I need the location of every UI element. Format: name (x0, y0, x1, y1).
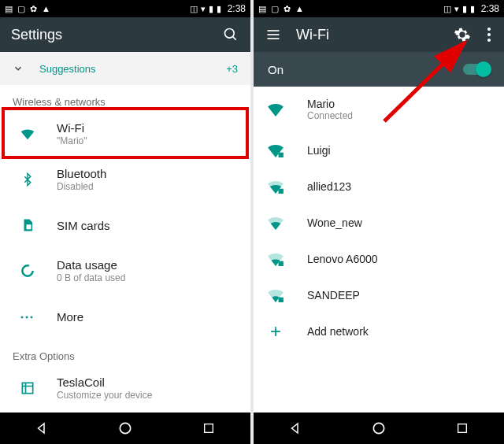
network-name: Wone_new (307, 216, 362, 229)
svg-point-0 (225, 29, 235, 39)
recents-button[interactable] (200, 420, 217, 437)
settings-screen: ▤ ▢ ✿ ▲ ◫ ▾ ▮ ▮ 2:38 Settings Suggest (0, 0, 250, 444)
suggestions-count: +3 (226, 63, 238, 75)
network-name: Luigi (307, 144, 331, 157)
network-row[interactable]: SANDEEP (254, 277, 504, 313)
signal-icon: ▮ (462, 4, 467, 14)
wifi-status-icon: ▾ (201, 4, 206, 14)
status-bar: ▤ ▢ ✿ ▲ ◫ ▾ ▮ ▮ 2:38 (0, 0, 250, 17)
svg-point-11 (487, 33, 491, 36)
svg-rect-14 (279, 189, 284, 194)
more-icon: ⋯ (13, 308, 43, 325)
teslacoil-row[interactable]: TeslaCoil Customize your device (0, 365, 250, 411)
wifi-row[interactable]: Wi-Fi "Mario" (0, 111, 250, 157)
network-name: Mario (307, 98, 353, 110)
hamburger-icon[interactable] (265, 26, 282, 43)
row-subtitle: Customize your device (57, 390, 152, 401)
gear-icon: ✿ (30, 4, 37, 14)
bluetooth-row[interactable]: Bluetooth Disabled (0, 157, 250, 202)
data-usage-row[interactable]: Data usage 0 B of data used (0, 248, 250, 294)
back-button[interactable] (287, 420, 304, 437)
recents-button[interactable] (454, 420, 471, 437)
sim-row[interactable]: SIM cards (0, 202, 250, 248)
section-header: Wireless & networks (0, 85, 250, 111)
network-row[interactable]: allied123 (254, 168, 504, 205)
network-name: SANDEEP (307, 289, 360, 302)
wifi-signal-lock-icon (266, 143, 285, 157)
section-header: Extra Options (0, 339, 250, 365)
nav-bar (0, 413, 250, 444)
svg-rect-18 (458, 424, 467, 433)
clock-text: 2:38 (481, 3, 499, 14)
svg-rect-6 (205, 424, 213, 433)
plus-icon: + (266, 320, 285, 342)
svg-rect-15 (279, 261, 284, 266)
svg-rect-13 (279, 153, 284, 157)
network-name: allied123 (307, 180, 351, 193)
app-bar: Settings (0, 17, 250, 52)
suggestions-label: Suggestions (39, 63, 226, 75)
notif-icon: ▤ (258, 4, 266, 14)
row-title: SIM cards (57, 219, 110, 232)
app-bar: Wi-Fi (254, 17, 504, 52)
svg-line-1 (233, 37, 236, 40)
wifi-signal-icon (266, 216, 285, 230)
row-title: TeslaCoil (57, 376, 152, 389)
add-network-label: Add network (307, 325, 369, 338)
notif-icon: ▤ (5, 4, 13, 14)
wifi-signal-lock-icon (266, 252, 285, 266)
battery-icon: ▮ (217, 4, 221, 14)
home-button[interactable] (117, 420, 134, 437)
network-name: Lenovo A6000 (307, 253, 378, 265)
row-subtitle: "Mario" (57, 135, 87, 146)
teslacoil-icon (13, 380, 43, 396)
wifi-toggle[interactable] (463, 64, 490, 75)
battery-icon: ▮ (470, 4, 475, 14)
wifi-state-bar: On (254, 52, 504, 87)
network-row[interactable]: Mario Connected (254, 87, 504, 132)
add-network-row[interactable]: + Add network (254, 313, 504, 350)
svg-point-10 (487, 28, 491, 31)
back-button[interactable] (33, 420, 50, 437)
network-list: Mario Connected Luigi allied123 Wone_new… (254, 87, 504, 413)
wifi-status-icon: ▾ (454, 4, 459, 14)
signal-icon: ▮ (209, 4, 213, 14)
row-title: Wi-Fi (57, 121, 87, 135)
wifi-signal-icon (266, 102, 285, 117)
suggestions-row[interactable]: Suggestions +3 (0, 52, 250, 85)
network-status: Connected (307, 110, 353, 121)
vibrate-icon: ◫ (190, 4, 198, 14)
wifi-state-label: On (268, 63, 463, 76)
search-icon[interactable] (222, 26, 239, 43)
svg-point-12 (487, 39, 491, 42)
network-row[interactable]: Wone_new (254, 205, 504, 241)
svg-rect-4 (22, 383, 32, 393)
wifi-signal-lock-icon (266, 288, 285, 302)
overflow-icon[interactable] (485, 26, 493, 43)
more-row[interactable]: ⋯ More (0, 294, 250, 339)
wifi-signal-lock-icon (266, 179, 285, 194)
status-bar: ▤ ▢ ✿ ▲ ◫ ▾ ▮ ▮ 2:38 (254, 0, 504, 17)
warning-icon: ▲ (295, 4, 304, 14)
svg-point-5 (120, 423, 130, 433)
network-row[interactable]: Lenovo A6000 (254, 241, 504, 277)
row-title: Data usage (57, 258, 125, 272)
settings-gear-icon[interactable] (454, 26, 471, 43)
row-title: More (57, 310, 83, 324)
svg-point-3 (22, 265, 32, 276)
image-icon: ▢ (17, 4, 25, 14)
svg-rect-2 (27, 224, 32, 229)
page-title: Settings (11, 27, 208, 43)
vibrate-icon: ◫ (443, 4, 451, 14)
gear-icon: ✿ (284, 4, 291, 14)
image-icon: ▢ (271, 4, 279, 14)
data-usage-icon (13, 263, 43, 279)
settings-list: Wireless & networks Wi-Fi "Mario" Blueto… (0, 85, 250, 413)
network-row[interactable]: Luigi (254, 132, 504, 168)
row-subtitle: Disabled (57, 181, 106, 192)
home-button[interactable] (370, 420, 387, 437)
wifi-screen: ▤ ▢ ✿ ▲ ◫ ▾ ▮ ▮ 2:38 Wi-Fi (254, 0, 504, 444)
sim-icon (13, 217, 43, 233)
chevron-down-icon (13, 63, 24, 74)
bluetooth-icon (13, 171, 43, 188)
